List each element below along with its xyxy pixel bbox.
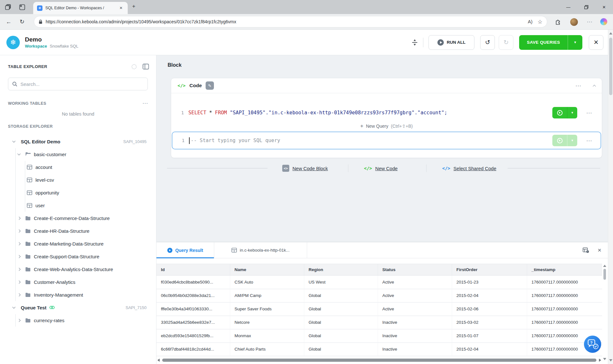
scroll-up-arrow[interactable]: [603, 265, 606, 267]
tree-item-folder[interactable]: Create-Web-Analytics-Data-Structure: [0, 263, 156, 276]
table-row[interactable]: 33025ad4a425b6ee832e7...NetcoreGlobalIna…: [156, 316, 602, 329]
read-aloud-icon[interactable]: A): [528, 19, 533, 24]
new-query-button[interactable]: + New Query (Ctrl+⇧+B): [171, 122, 602, 130]
scrollbar-thumb[interactable]: [162, 359, 596, 362]
table-horizontal-scrollbar[interactable]: [156, 358, 602, 362]
run-dropdown-caret[interactable]: ▼: [567, 107, 577, 118]
scroll-down-arrow[interactable]: [603, 358, 606, 360]
tree-item-bucket[interactable]: SQL Editor Demo SAPI_10495: [0, 135, 156, 148]
browser-menu-icon[interactable]: ⋯: [587, 19, 593, 25]
save-queries-button[interactable]: SAVE QUERIES ▼: [519, 35, 582, 50]
tree-item-folder[interactable]: Create-Marketing-Data-Structure: [0, 237, 156, 250]
back-button[interactable]: ←: [3, 16, 14, 27]
scroll-right-arrow[interactable]: [599, 359, 601, 362]
scrollbar-thumb[interactable]: [609, 38, 612, 95]
working-tables-menu-icon[interactable]: ⋯: [142, 100, 148, 107]
column-header[interactable]: Status: [378, 264, 452, 276]
tree-item-folder[interactable]: Inventory-Management: [0, 288, 156, 301]
chevron-right-icon[interactable]: [18, 216, 21, 220]
query-editor-line[interactable]: 1 SELECT*FROM"SAPI_10495"."in.c-keboola-…: [172, 105, 601, 120]
new-code-button[interactable]: </> New Code: [364, 162, 397, 175]
tab-stack-icon[interactable]: [4, 3, 12, 11]
column-header[interactable]: Name: [230, 264, 304, 276]
address-bar[interactable]: https://connection.keboola.com/admin/pro…: [34, 16, 547, 27]
undo-button[interactable]: ↺: [480, 35, 495, 50]
chevron-right-icon[interactable]: [18, 242, 21, 245]
run-all-button[interactable]: RUN ALL: [428, 35, 474, 50]
tree-item-table[interactable]: opportunity: [0, 186, 156, 199]
extensions-icon[interactable]: [555, 19, 561, 25]
tree-item-bucket[interactable]: Queue Test SAPI_7150: [0, 301, 156, 314]
redo-button[interactable]: ↻: [499, 35, 513, 50]
tab-query-result[interactable]: Query Result: [156, 242, 214, 258]
column-header[interactable]: FirstOrder: [452, 264, 527, 276]
favorites-star-icon[interactable]: ☆: [538, 19, 542, 25]
tree-item-table[interactable]: user: [0, 199, 156, 212]
sql-query-input[interactable]: 1 -- Start typing your SQL query: [172, 132, 601, 149]
tree-item-folder[interactable]: Create-HR-Data-Structure: [0, 224, 156, 237]
sql-query-text[interactable]: SELECT*FROM"SAPI_10495"."in.c-keboola-ex…: [188, 110, 447, 116]
select-shared-code-button[interactable]: </> Select Shared Code: [442, 162, 496, 175]
tree-item-table[interactable]: account: [0, 161, 156, 173]
scroll-up-arrow[interactable]: [609, 32, 612, 34]
tree-item-folder[interactable]: Create-Support-Data-Structure: [0, 250, 156, 263]
profile-avatar[interactable]: [570, 18, 578, 26]
chevron-down-icon[interactable]: [12, 139, 16, 142]
split-view-icon[interactable]: [412, 39, 418, 46]
scroll-left-arrow[interactable]: [157, 359, 160, 362]
window-minimize-button[interactable]: —: [559, 0, 577, 14]
copilot-icon[interactable]: [600, 18, 607, 25]
window-restore-button[interactable]: [577, 0, 595, 14]
scrollbar-thumb[interactable]: [603, 269, 606, 280]
chevron-right-icon[interactable]: [18, 280, 21, 284]
column-header[interactable]: _timestamp: [527, 264, 602, 276]
code-icon: </>: [364, 166, 372, 171]
new-code-block-button[interactable]: <> New Code Block: [282, 162, 328, 175]
tree-item-folder[interactable]: Customer-Analytics: [0, 276, 156, 288]
close-workspace-button[interactable]: ✕: [589, 35, 603, 50]
chevron-right-icon[interactable]: [18, 319, 21, 322]
tree-item-table[interactable]: level-csv: [0, 173, 156, 186]
workspace-type-link[interactable]: Workspace: [25, 44, 47, 49]
collapse-panel-icon[interactable]: [142, 64, 149, 70]
table-vertical-scrollbar[interactable]: [603, 265, 607, 360]
scroll-down-arrow[interactable]: [609, 359, 612, 361]
tree-item-folder[interactable]: currency-rates: [0, 314, 156, 327]
chevron-down-icon[interactable]: [18, 152, 21, 155]
help-chat-button[interactable]: ?: [582, 334, 603, 355]
vertical-tabs-icon[interactable]: [18, 3, 26, 11]
edit-code-name-button[interactable]: ✎: [206, 81, 214, 90]
table-row[interactable]: fffe0e30b4a34f01063330...Super Saver Foo…: [156, 302, 602, 316]
chevron-right-icon[interactable]: [18, 293, 21, 296]
table-row[interactable]: 6c66f7dbaf44818c2cd44d...Chief Auto Part…: [156, 343, 602, 356]
query-menu-icon[interactable]: ⋯: [586, 109, 593, 117]
page-scrollbar[interactable]: [608, 30, 613, 364]
run-query-button[interactable]: ▼: [552, 107, 577, 118]
column-header[interactable]: Region: [304, 264, 378, 276]
refresh-button[interactable]: ↻: [17, 16, 27, 27]
search-input[interactable]: [20, 81, 144, 87]
window-close-button[interactable]: ✕: [595, 0, 613, 14]
table-row[interactable]: 06c0b954b0d2088e3da21...AM/PM CampGlobal…: [156, 289, 602, 302]
column-header[interactable]: Id: [156, 264, 230, 276]
table-row[interactable]: f030ed64cbc8babbe5090...CSK AutoUS WestA…: [156, 276, 602, 289]
query-menu-icon[interactable]: ⋯: [586, 137, 593, 144]
new-tab-button[interactable]: +: [132, 3, 135, 10]
save-dropdown-caret[interactable]: ▼: [568, 35, 582, 50]
code-block-menu-icon[interactable]: ⋯: [575, 82, 582, 89]
url-text[interactable]: https://connection.keboola.com/admin/pro…: [46, 19, 523, 24]
tree-item-folder[interactable]: Create-E-commerce-Data-Structure: [0, 212, 156, 224]
chevron-right-icon[interactable]: [18, 255, 21, 258]
table-row[interactable]: eb2dcd593e154801529fb...MonmaxGlobalInac…: [156, 329, 602, 343]
table-info-icon[interactable]: i: [583, 247, 589, 253]
chevron-right-icon[interactable]: [18, 229, 21, 232]
tree-item-folder[interactable]: basic-customer: [0, 148, 156, 161]
tab-source-table[interactable]: in.c-keboola-ex-http-01k...: [214, 242, 307, 258]
tab-close-icon[interactable]: ✕: [118, 5, 124, 11]
chevron-down-icon[interactable]: [12, 305, 16, 308]
play-icon[interactable]: [552, 107, 567, 118]
close-panel-icon[interactable]: ✕: [597, 247, 602, 253]
browser-tab[interactable]: ❄ SQL Editor Demo - Workspaces / ✕: [33, 2, 128, 14]
chevron-right-icon[interactable]: [18, 268, 21, 271]
collapse-block-icon[interactable]: [593, 85, 596, 88]
